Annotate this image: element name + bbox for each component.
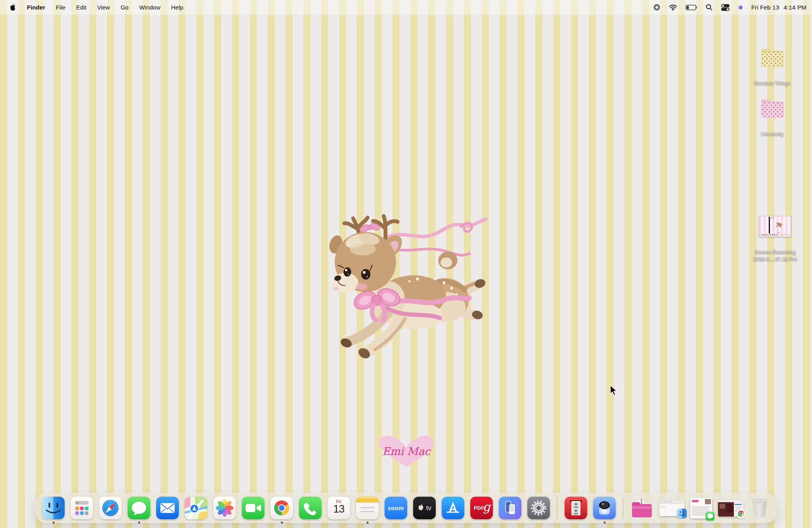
apple-menu-icon[interactable] (10, 4, 16, 11)
dock-item-minimized-chrome-window[interactable] (718, 500, 743, 517)
menu-bar: Finder File Edit View Go Window Help (0, 0, 812, 15)
zoom-icon: zoom (385, 497, 407, 519)
watermark-text: Emi Mac (382, 445, 431, 457)
dock-item-photos[interactable] (213, 497, 236, 519)
menu-window[interactable]: Window (139, 4, 160, 11)
dock-item-phone[interactable] (299, 497, 322, 519)
dock-item-minimized-finder-window[interactable] (659, 500, 684, 516)
dock-item-apple-tv[interactable]: tv (413, 497, 436, 519)
dock-item-zoom[interactable]: zoom (385, 497, 407, 519)
dock-item-facetime[interactable] (242, 497, 264, 519)
menu-view[interactable]: View (97, 4, 110, 11)
iphone-mirroring-icon (499, 497, 521, 519)
dock-item-trash[interactable] (749, 497, 770, 519)
messages-icon (128, 497, 150, 519)
dock-item-camera-app[interactable] (593, 497, 616, 519)
running-indicator (603, 522, 605, 524)
dock-item-app-store[interactable] (442, 497, 464, 519)
focus-dot-icon[interactable] (738, 5, 743, 10)
maps-icon (185, 497, 207, 519)
messages-badge-icon (706, 512, 714, 520)
pink-folder-dock-icon (630, 497, 653, 519)
desktop-icon-university[interactable]: University (743, 98, 802, 138)
menu-go[interactable]: Go (121, 4, 128, 11)
dock-separator (557, 497, 557, 519)
yellow-folder-icon (759, 47, 785, 69)
running-indicator (281, 522, 283, 524)
dock-item-messages[interactable] (128, 497, 150, 519)
desktop-icon-screen-recording[interactable]: Screen Recording 2026-0....37.15 PM (745, 216, 805, 263)
launchpad-icon (71, 497, 93, 519)
zoom-label: zoom (385, 497, 407, 519)
phone-icon (299, 497, 322, 519)
screen-recording-stop-icon[interactable] (653, 4, 661, 11)
dock-item-notes[interactable] (356, 497, 379, 519)
camera-app-icon (593, 497, 616, 519)
dock-item-pink-folder[interactable] (630, 497, 653, 519)
chrome-badge-icon (736, 509, 746, 518)
running-indicator (52, 522, 54, 524)
trash-icon (749, 497, 770, 519)
dock-item-maps[interactable] (185, 497, 207, 519)
desktop-icon-label: Screen Recording 2026-0....37.15 PM (753, 249, 797, 263)
menu-bar-clock[interactable]: Fri Feb 13 4:14 PM (751, 4, 806, 11)
wallpaper-deer-illustration (324, 203, 489, 369)
pink-folder-icon (759, 98, 785, 120)
menu-help[interactable]: Help (171, 4, 184, 11)
facetime-icon (242, 497, 264, 519)
dock-item-finder[interactable] (42, 497, 65, 519)
notes-icon (356, 497, 379, 519)
running-indicator (138, 522, 140, 524)
dock-item-pdfgear[interactable]: PDF g (470, 497, 493, 519)
photos-icon (213, 497, 236, 519)
apple-tv-icon: tv (413, 497, 436, 519)
running-indicator (366, 522, 368, 524)
wifi-icon[interactable] (669, 4, 677, 11)
pdf-script-g: g (483, 500, 490, 514)
spotlight-search-icon[interactable] (706, 4, 712, 11)
dock: Fri 13 zoom (36, 493, 776, 523)
dock-item-minimized-messages-window[interactable] (690, 498, 712, 518)
screen-recording-thumbnail (759, 216, 791, 237)
control-center-icon[interactable] (721, 4, 730, 11)
finder-icon (42, 497, 65, 519)
system-settings-icon (527, 497, 550, 519)
chrome-icon (270, 497, 293, 519)
dock-item-system-settings[interactable] (527, 497, 550, 519)
menu-edit[interactable]: Edit (76, 4, 86, 11)
calendar-day: 13 (327, 503, 350, 515)
wallpaper-watermark: Emi Mac (374, 433, 439, 469)
active-app-name[interactable]: Finder (27, 4, 45, 11)
dock-item-photo-booth[interactable] (565, 497, 587, 519)
photo-booth-icon (565, 497, 587, 519)
dock-item-chrome[interactable] (270, 497, 293, 519)
dock-item-safari[interactable] (99, 497, 122, 519)
menu-file[interactable]: File (56, 4, 65, 11)
dock-item-iphone-mirroring[interactable] (499, 497, 521, 519)
dock-separator (623, 497, 623, 519)
desktop-icon-label: Random Things (754, 80, 791, 87)
mail-icon (156, 497, 179, 519)
battery-icon[interactable] (686, 5, 697, 10)
pdfgear-icon: PDF g (470, 497, 493, 519)
mouse-cursor (609, 385, 617, 396)
calendar-icon: Fri 13 (327, 497, 350, 519)
desktop-icon-label: University (761, 130, 783, 138)
dock-item-launchpad[interactable] (71, 497, 93, 519)
clock-time: 4:14 PM (783, 4, 806, 11)
finder-badge-icon (677, 509, 687, 518)
tv-label: tv (413, 497, 436, 519)
thumbnail-dock-strip (761, 233, 789, 236)
dock-item-calendar[interactable]: Fri 13 (327, 497, 350, 519)
clock-date: Fri Feb 13 (751, 4, 779, 11)
app-store-icon (442, 497, 464, 519)
dock-item-mail[interactable] (156, 497, 179, 519)
desktop: Finder File Edit View Go Window Help (0, 0, 812, 528)
safari-icon (99, 497, 122, 519)
desktop-icon-random-things[interactable]: Random Things (743, 47, 802, 87)
